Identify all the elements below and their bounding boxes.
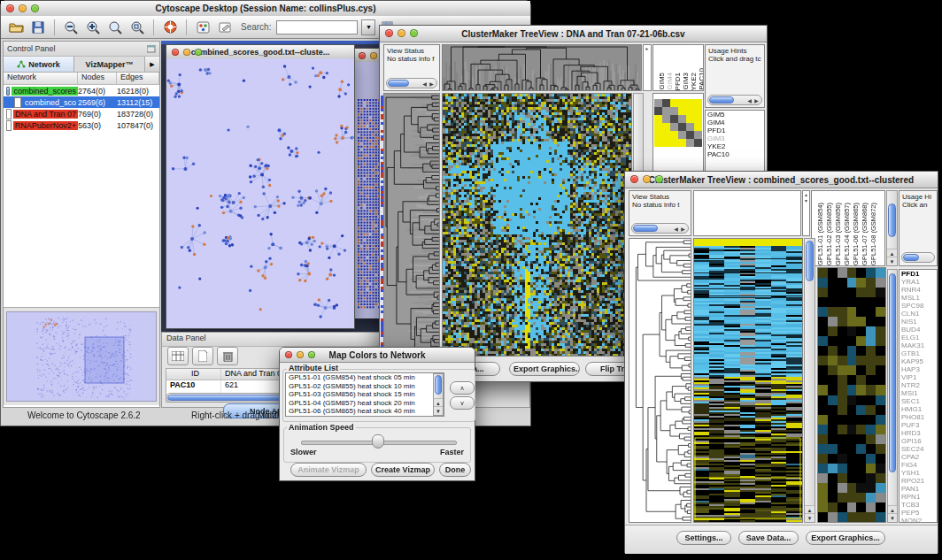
gene-label[interactable]: VIP1 (900, 373, 937, 381)
tv1-status-scrollbar[interactable]: ◀▶ (386, 78, 437, 88)
tv1-row-dendrogram[interactable] (383, 93, 440, 357)
minimize-button[interactable] (398, 29, 405, 37)
zoom-in-icon[interactable] (83, 19, 103, 36)
zoom-button[interactable] (31, 4, 39, 12)
tv2-titlebar[interactable]: ClusterMaker TreeView : combined_scores_… (625, 172, 938, 188)
minimize-button[interactable] (643, 175, 651, 183)
close-button[interactable] (285, 351, 292, 358)
gene-label[interactable]: SEC24 (900, 445, 937, 453)
tv1-export-graphics-button[interactable]: Export Graphics... (509, 362, 580, 376)
tv1-heatmap[interactable] (442, 93, 632, 357)
tab-overflow-arrow[interactable]: ▶ (145, 57, 159, 72)
network-canvas-1[interactable] (166, 58, 354, 328)
minimize-button[interactable] (183, 49, 190, 56)
tv2-labels-vscrollbar[interactable]: ▲▼ (886, 190, 898, 266)
attribute-item[interactable]: GPL51-07 (GSM868) heat shock 60 min (286, 416, 444, 418)
tv2-splitter-strip[interactable]: ▴▾ (802, 190, 810, 236)
gene-label[interactable]: GIM4 (706, 119, 764, 127)
close-button[interactable] (385, 29, 393, 37)
zoom-button[interactable] (308, 351, 315, 358)
create-vizmap-button[interactable]: Create Vizmap (371, 463, 435, 477)
network-row[interactable]: RNAPuberNov2+563(0)107847(0) (4, 119, 159, 131)
col-network[interactable]: Network (4, 73, 78, 84)
gene-label[interactable]: RPO21 (900, 477, 937, 485)
gene-label[interactable]: HAP3 (900, 365, 937, 373)
tv2-zoom-heatmap[interactable] (817, 267, 886, 523)
gene-label[interactable]: MSI1 (900, 389, 937, 397)
close-button[interactable] (6, 4, 14, 12)
tv2-settings-button[interactable]: Settings... (676, 531, 731, 545)
gene-label[interactable]: SPC98 (900, 302, 937, 310)
close-button[interactable] (359, 52, 366, 59)
birdseye-canvas[interactable] (6, 311, 157, 402)
gene-label[interactable]: GIM5 (706, 111, 764, 119)
network-view-window-1[interactable]: combined_scores_good.txt--cluste... (166, 44, 355, 329)
gene-label[interactable]: RNR4 (900, 286, 937, 294)
tv2-row-dendrogram[interactable] (629, 238, 691, 523)
gene-label[interactable]: RPN1 (900, 493, 937, 501)
gene-label[interactable]: YKE2 (706, 142, 764, 150)
move-up-button[interactable]: ∧ (450, 381, 475, 395)
attribute-item[interactable]: GPL51-03 (GSM856) heat shock 15 min (286, 390, 444, 399)
save-icon[interactable] (28, 19, 48, 36)
zoom-button[interactable] (195, 49, 202, 56)
gene-label[interactable]: NIS1 (900, 318, 937, 326)
done-button[interactable]: Done (439, 463, 471, 477)
close-button[interactable] (172, 49, 179, 56)
table-mode-icon[interactable] (167, 347, 189, 365)
tv1-titlebar[interactable]: ClusterMaker TreeView : DNA and Tran 07-… (380, 26, 767, 42)
main-titlebar[interactable]: Cytoscape Desktop (Session Name: collins… (1, 1, 530, 17)
tv2-genes-vscrollbar[interactable]: ▲▼ (887, 269, 898, 523)
network-row[interactable]: combined_sco2569(6)13112(15) (4, 96, 159, 108)
network-row[interactable]: DNA and Tran 07769(0)183728(0) (4, 108, 159, 119)
gene-label[interactable]: HRD3 (900, 429, 937, 437)
tv2-export-graphics-button[interactable]: Export Graphics... (806, 531, 885, 545)
gene-label[interactable]: PFD1 (706, 127, 764, 134)
trash-icon[interactable] (217, 347, 238, 365)
gene-label[interactable]: NTR2 (900, 381, 937, 389)
minimize-button[interactable] (19, 4, 27, 12)
gene-label[interactable]: SEC1 (900, 397, 937, 405)
zoom-selected-icon[interactable] (127, 19, 147, 36)
attribute-item[interactable]: GPL51-04 (GSM857) heat shock 20 min (286, 399, 444, 408)
gene-label[interactable]: PHO81 (900, 413, 937, 421)
tv2-save-data-button[interactable]: Save Data... (738, 531, 799, 545)
gene-label[interactable]: PFD1 (900, 270, 937, 278)
close-button[interactable] (630, 175, 638, 183)
gene-label[interactable]: GIM3 (706, 134, 764, 142)
tv1-usage-scrollbar[interactable]: ◀▶ (707, 95, 762, 105)
gene-label[interactable]: PAC10 (706, 150, 764, 158)
gene-label[interactable]: MAK31 (900, 341, 937, 349)
attribute-item[interactable]: GPL51-02 (GSM855) heat shock 10 min (286, 382, 444, 391)
col-nodes[interactable]: Nodes (78, 73, 117, 84)
search-dropdown-arrow[interactable]: ▼ (361, 19, 375, 35)
float-panel-icon[interactable] (147, 45, 156, 53)
dialog-titlebar[interactable]: Map Colors to Network (280, 348, 475, 363)
network-row[interactable]: combined_scores2764(0)16218(0) (4, 85, 159, 96)
tv1-splitter-strip[interactable]: ▸ (643, 44, 652, 91)
tab-network[interactable]: Network (4, 57, 74, 72)
zoom-fit-icon[interactable] (105, 19, 125, 36)
gene-label[interactable]: YSH1 (900, 469, 937, 477)
attribute-item[interactable]: GPL51-06 (GSM865) heat shock 40 min (286, 407, 444, 416)
animate-vizmap-button[interactable]: Animate Vizmap (290, 463, 367, 477)
gene-label[interactable]: FIG4 (900, 461, 937, 469)
attribute-list-vscrollbar[interactable]: ▲▼ (433, 373, 444, 416)
zoom-out-icon[interactable] (61, 19, 81, 36)
annotation-icon[interactable] (215, 19, 235, 36)
tv2-status-scrollbar[interactable]: ◀▶ (631, 223, 689, 234)
gene-label[interactable]: BUD4 (900, 326, 937, 334)
minimize-button[interactable] (370, 52, 377, 59)
gene-label[interactable]: YRA1 (900, 278, 937, 286)
tab-vizmapper[interactable]: VizMapper™ (74, 57, 145, 72)
gene-label[interactable]: CLN1 (900, 310, 937, 318)
gene-label[interactable]: HMG1 (900, 405, 937, 413)
gene-label[interactable]: MSL1 (900, 294, 937, 302)
col-edges[interactable]: Edges (117, 73, 159, 84)
tv2-heatmap-vscrollbar[interactable]: ▲▼ (804, 238, 815, 523)
gene-label[interactable]: MON2 (900, 517, 937, 523)
gene-label[interactable]: PEP5 (900, 509, 937, 517)
gene-label[interactable]: GTB1 (900, 349, 937, 357)
vizmapper-icon[interactable] (193, 19, 212, 36)
tv2-column-dendrogram[interactable] (693, 190, 801, 236)
